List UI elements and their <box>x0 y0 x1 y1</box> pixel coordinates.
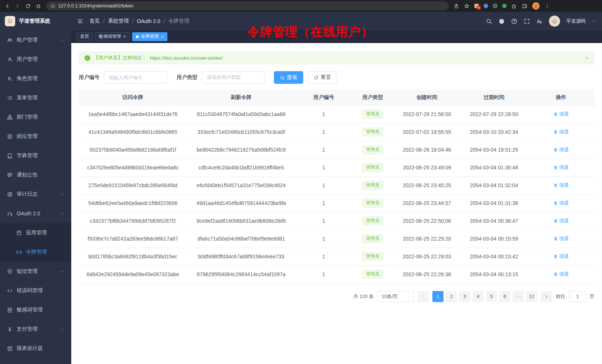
delete <box>553 219 558 223</box>
breadcrumb-item[interactable]: OAuth 2.0 <box>137 18 160 24</box>
sidebar-item-post[interactable]: 岗位管理 <box>0 127 71 146</box>
user-type-select[interactable]: 请选择用户类型 <box>202 71 265 84</box>
close-tab-icon[interactable]: × <box>123 34 126 39</box>
force-logout-button[interactable]: 强退 <box>553 146 569 153</box>
breadcrumb-item[interactable]: 系统管理 <box>108 18 129 24</box>
browser-profile-avatar[interactable]: ☺ <box>532 2 540 10</box>
browser-menu-icon[interactable] <box>544 3 550 9</box>
search-button[interactable]: 搜索 <box>274 71 303 84</box>
tab-sensitive-word[interactable]: 敏感词管理× <box>95 32 130 41</box>
total-count: 共 120 条 <box>353 293 374 300</box>
sidebar-item-report-designer[interactable]: 报表设计器 <box>0 339 71 358</box>
sidebar-item-dict[interactable]: 字典管理 <box>0 146 71 165</box>
extension-icon[interactable] <box>502 4 507 8</box>
expires-at-cell: 2054-03-04 01:31:36 <box>461 194 528 212</box>
search-icon <box>280 75 285 80</box>
github-icon[interactable] <box>498 18 505 24</box>
font-size-icon[interactable] <box>536 18 543 24</box>
force-logout-button[interactable]: 强退 <box>553 111 569 118</box>
refresh-token-cell: be90422b8c7946218275a508bf524fc9 <box>187 141 295 159</box>
force-logout-label: 强退 <box>559 271 569 278</box>
sidebar-item-oauth2[interactable]: OAuth 2.0 <box>0 204 71 223</box>
force-logout-button[interactable]: 强退 <box>553 253 569 260</box>
user-type-badge: 管理员 <box>362 252 383 261</box>
sidebar-item-label: 支付管理 <box>17 326 37 332</box>
app-logo[interactable]: ☺ 芋道管理系统 <box>0 12 71 30</box>
extension-icon[interactable]: 0 <box>474 4 479 8</box>
chevron-down-icon <box>406 294 410 298</box>
tab-home[interactable]: 首页 <box>76 32 93 41</box>
prev-page-button[interactable] <box>418 291 429 302</box>
sidebar-subitem-label: 应用管理 <box>26 229 47 236</box>
force-logout-button[interactable]: 强退 <box>553 218 569 224</box>
alert-close-icon[interactable]: × <box>585 55 589 61</box>
share-icon[interactable] <box>454 3 459 9</box>
page-button-4[interactable]: 4 <box>472 291 484 302</box>
sidebar-item-user[interactable]: 用户管理 <box>0 50 71 69</box>
sidebar-item-audit-log[interactable]: 审计日志 <box>0 185 71 204</box>
back-icon[interactable] <box>4 3 10 9</box>
side-panel-icon[interactable] <box>522 3 527 9</box>
sidebar-item-sensitive-word[interactable]: 敏感词管理 <box>0 300 71 320</box>
sidebar-item-error-code[interactable]: 错误码管理 <box>0 281 71 300</box>
force-logout-button[interactable]: 强退 <box>553 235 569 242</box>
sidebar-toggle-icon[interactable] <box>77 18 84 24</box>
page-button-1[interactable]: 1 <box>432 291 444 302</box>
fullscreen-icon[interactable] <box>524 18 530 24</box>
chevron-down-icon <box>60 269 64 274</box>
table-row: f9336e7c7dd242a283ee98dc86b17a87dfa6c71a… <box>79 230 595 248</box>
page-size-value: 10条/页 <box>382 293 398 300</box>
page-button-6[interactable]: 6 <box>499 291 510 302</box>
extension-icon[interactable] <box>484 4 488 8</box>
sidebar-submenu: 应用管理令牌管理 <box>0 223 71 262</box>
address-bar[interactable]: 127.0.0.1:1024/system/oauth2/token <box>46 1 449 10</box>
user-avatar[interactable]: ☺ <box>549 16 560 27</box>
doc-link[interactable]: https://doc.iocoder.cn/user-center/ <box>150 55 223 61</box>
sidebar-item-label: 租户管理 <box>17 37 37 43</box>
sidebar-item-role[interactable]: 角色管理 <box>0 69 71 88</box>
force-logout-button[interactable]: 强退 <box>553 271 569 278</box>
force-logout-button[interactable]: 强退 <box>553 164 569 171</box>
force-logout-button[interactable]: 强退 <box>553 200 569 206</box>
search-icon[interactable] <box>486 18 492 24</box>
goto-page-input[interactable] <box>569 291 586 302</box>
page-button-3[interactable]: 3 <box>459 291 470 302</box>
sidebar-item-label: 部门管理 <box>17 114 37 120</box>
next-page-button[interactable] <box>541 291 552 302</box>
home-icon[interactable] <box>36 3 41 9</box>
extension-icon[interactable] <box>493 4 497 8</box>
breadcrumb-item[interactable]: 首页 <box>89 18 100 24</box>
pagination-ellipsis[interactable]: ··· <box>513 291 524 302</box>
page-button-5[interactable]: 5 <box>486 291 497 302</box>
sidebar-item-sms[interactable]: 短信管理 <box>0 262 71 281</box>
expires-at-cell: 2054-03-04 00:15:59 <box>461 230 528 248</box>
site-info-icon[interactable] <box>50 4 55 9</box>
sidebar-item-oauth2-app[interactable]: 应用管理 <box>0 223 71 242</box>
sidebar-item-label: 敏感词管理 <box>17 307 43 313</box>
bookmark-star-icon[interactable] <box>464 3 470 9</box>
page-button-12[interactable]: 12 <box>526 291 537 302</box>
close-tab-icon[interactable]: × <box>161 34 164 39</box>
forward-icon[interactable] <box>15 3 20 9</box>
user-name[interactable]: 芋道源码 <box>566 18 586 24</box>
tab-token[interactable]: 令牌管理× <box>132 32 168 41</box>
page-size-select[interactable]: 10条/页 <box>377 291 414 302</box>
reset-button[interactable]: 重置 <box>308 71 337 84</box>
sidebar-item-notice[interactable]: 通知公告 <box>0 165 71 185</box>
sidebar-item-pay[interactable]: 支付管理 <box>0 320 71 339</box>
extensions-puzzle-icon[interactable] <box>511 3 517 9</box>
force-logout-button[interactable]: 强退 <box>553 129 569 135</box>
user-type-cell: 管理员 <box>352 212 393 230</box>
sidebar-item-oauth2-token[interactable]: 令牌管理 <box>0 242 71 262</box>
reload-icon[interactable] <box>25 3 31 9</box>
sidebar-item-tenant[interactable]: 租户管理 <box>0 30 71 50</box>
force-logout-button[interactable]: 强退 <box>553 182 569 189</box>
user-icon <box>7 57 13 62</box>
docs-help-icon[interactable] <box>511 18 517 24</box>
user-id-input[interactable] <box>104 71 167 84</box>
page-button-2[interactable]: 2 <box>446 291 457 302</box>
access-token-cell: c342377bf8b344799dcbf7bf095287f2 <box>79 212 187 230</box>
sidebar-item-dept[interactable]: 部门管理 <box>0 107 71 127</box>
sidebar-item-menu[interactable]: 菜单管理 <box>0 88 71 107</box>
user-type-label: 用户类型 <box>177 74 197 81</box>
